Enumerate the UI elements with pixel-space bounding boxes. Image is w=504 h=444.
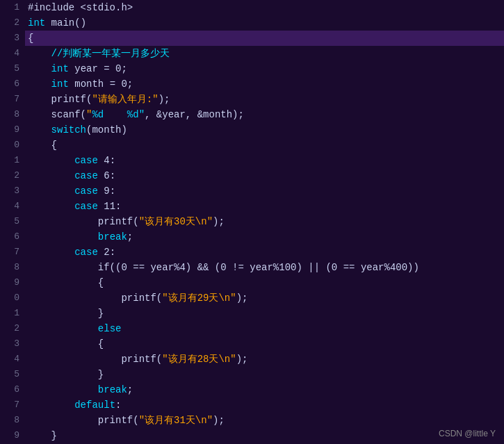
- watermark: CSDN @little Y: [439, 429, 496, 438]
- token-plain: ;: [127, 384, 133, 395]
- token-plain: printf(: [28, 94, 92, 105]
- code-line: #include <stdio.h>: [25, 0, 504, 15]
- line-number: 0: [14, 290, 19, 306]
- token-plain: printf(: [28, 415, 139, 426]
- code-line: //判断某一年某一月多少天: [25, 46, 504, 61]
- line-number: 1: [14, 306, 19, 321]
- token-plain: 2:: [98, 247, 115, 258]
- line-number: 3: [14, 31, 19, 46]
- token-plain: [28, 170, 74, 181]
- code-line: {: [25, 138, 504, 153]
- token-plain: );: [213, 216, 225, 227]
- line-number: 4: [14, 46, 19, 61]
- token-kw: else: [98, 323, 122, 334]
- line-number: 7: [14, 92, 19, 107]
- code-line: }: [25, 367, 504, 382]
- line-number: 5: [14, 61, 19, 76]
- code-line: printf("该月有29天\n");: [25, 290, 504, 306]
- code-line: break;: [25, 229, 504, 245]
- line-number: 9: [14, 428, 19, 443]
- line-number: 0: [14, 138, 19, 153]
- token-plain: 4:: [98, 155, 115, 166]
- token-plain: {: [28, 277, 104, 288]
- token-plain: [28, 155, 74, 166]
- token-str: "请输入年月:": [92, 94, 158, 105]
- line-number: 2: [14, 15, 19, 31]
- line-number: 6: [14, 76, 19, 92]
- token-kw: int: [51, 63, 69, 74]
- line-number: 4: [14, 352, 19, 367]
- token-plain: if((0 == year%4) && (0 != year%100) || (…: [28, 262, 419, 273]
- token-plain: [28, 48, 51, 59]
- token-plain: , &year, &month);: [145, 109, 244, 120]
- code-content: #include <stdio.h>int main(){ //判断某一年某一月…: [25, 0, 504, 444]
- code-line: if((0 == year%4) && (0 != year%100) || (…: [25, 260, 504, 275]
- token-plain: }: [28, 369, 104, 380]
- code-line: case 6:: [25, 168, 504, 183]
- token-plain: (month): [86, 124, 127, 135]
- code-line: int month = 0;: [25, 76, 504, 92]
- token-plain: printf(: [28, 293, 162, 304]
- code-line: printf("请输入年月:");: [25, 92, 504, 107]
- token-kw: case: [74, 201, 98, 212]
- token-plain: [28, 384, 98, 395]
- token-plain: }: [28, 430, 57, 441]
- code-line: default:: [25, 397, 504, 413]
- token-plain: {: [28, 140, 57, 151]
- line-number: 7: [14, 245, 19, 260]
- token-str: "该月有28天\n": [162, 354, 236, 365]
- token-plain: month = 0;: [69, 79, 133, 90]
- code-line: break;: [25, 382, 504, 397]
- token-str: "该月有29天\n": [162, 293, 236, 304]
- line-number: 4: [14, 199, 19, 214]
- token-plain: [28, 201, 74, 212]
- code-line: {: [25, 336, 504, 352]
- line-number: 8: [14, 107, 19, 122]
- token-plain: [28, 400, 74, 411]
- code-line: switch(month): [25, 122, 504, 138]
- code-line: case 11:: [25, 199, 504, 214]
- token-plain: 11:: [98, 201, 122, 212]
- token-kw: break: [98, 384, 127, 395]
- token-plain: scanf(: [28, 109, 86, 120]
- token-kw: case: [74, 155, 98, 166]
- token-kw: %d: [92, 109, 104, 120]
- code-line: {: [25, 275, 504, 290]
- line-number: 8: [14, 260, 19, 275]
- line-number: 5: [14, 367, 19, 382]
- token-kw: case: [74, 186, 98, 197]
- line-number: 2: [14, 321, 19, 336]
- token-plain: main(): [45, 17, 86, 28]
- token-plain: [28, 247, 74, 258]
- line-number: 3: [14, 336, 19, 352]
- line-number: 7: [14, 397, 19, 413]
- token-plain: [28, 323, 98, 334]
- token-plain: [28, 231, 98, 242]
- token-kw: int: [28, 17, 45, 28]
- token-str: [104, 109, 127, 120]
- line-number: 3: [14, 183, 19, 199]
- token-plain: printf(: [28, 216, 139, 227]
- line-number: 1: [14, 153, 19, 168]
- code-line: printf("该月有31天\n");: [25, 413, 504, 428]
- token-plain: {: [28, 338, 104, 350]
- line-number: 9: [14, 122, 19, 138]
- token-plain: [28, 124, 51, 135]
- code-line: case 4:: [25, 153, 504, 168]
- line-number: 8: [14, 413, 19, 428]
- code-line: else: [25, 321, 504, 336]
- code-line: }: [25, 306, 504, 321]
- code-line: case 2:: [25, 245, 504, 260]
- token-plain: }: [28, 308, 104, 319]
- line-number: 2: [14, 168, 19, 183]
- line-number: 1: [14, 0, 19, 15]
- code-editor: 123456789012345678901234567890 #include …: [0, 0, 504, 444]
- token-plain: {: [28, 33, 33, 44]
- token-kw: %d": [127, 109, 145, 120]
- token-plain: );: [236, 293, 248, 304]
- line-number: 6: [14, 229, 19, 245]
- code-line: }: [25, 428, 504, 443]
- token-kw: switch: [51, 124, 86, 135]
- token-plain: 6:: [98, 170, 115, 181]
- token-plain: :: [115, 400, 121, 411]
